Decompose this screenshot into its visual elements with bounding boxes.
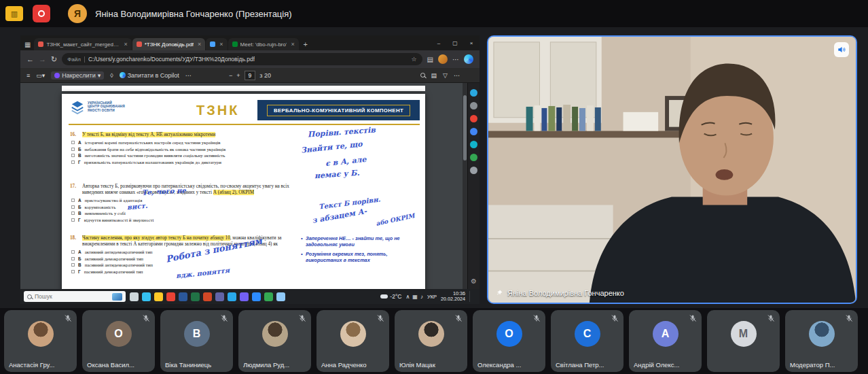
- participant-tile[interactable]: Анастасія Гру...: [4, 310, 77, 372]
- participant-tile[interactable]: ССвітлана Петр...: [551, 310, 623, 372]
- forward-icon[interactable]: →: [39, 55, 46, 63]
- taskbar-search[interactable]: [24, 291, 126, 302]
- mic-off-icon: [219, 313, 229, 323]
- tab-close-icon[interactable]: ×: [291, 41, 294, 48]
- maximize-button[interactable]: ▢: [447, 35, 463, 50]
- pin-icon: [495, 289, 503, 297]
- zoom-icon[interactable]: [252, 292, 261, 301]
- new-tab-button[interactable]: +: [300, 38, 312, 50]
- copilot-icon[interactable]: [470, 89, 477, 97]
- back-icon[interactable]: ←: [26, 55, 34, 63]
- presenter-video-tile[interactable]: Яніна Володимирівна Гончаренко: [487, 35, 857, 304]
- task-view-icon[interactable]: [130, 292, 139, 301]
- minimize-button[interactable]: –: [431, 35, 447, 50]
- close-button[interactable]: ×: [463, 35, 480, 50]
- weather-widget[interactable]: -2°C: [380, 293, 401, 300]
- notepad-icon[interactable]: [276, 292, 285, 301]
- language-indicator[interactable]: УКР: [427, 294, 437, 300]
- word-icon[interactable]: [179, 292, 187, 301]
- volume-icon[interactable]: ♪: [420, 294, 423, 300]
- tray-expand-icon[interactable]: ∧: [405, 294, 410, 300]
- eraser-tool-icon[interactable]: ◊: [110, 72, 113, 79]
- explorer-icon[interactable]: [154, 292, 163, 301]
- presentation-icon[interactable]: ▥: [5, 6, 23, 21]
- tool-red-icon[interactable]: [470, 115, 477, 122]
- add-icon[interactable]: [470, 167, 477, 174]
- search-tool-icon[interactable]: [470, 102, 477, 109]
- tool-green-icon[interactable]: [470, 154, 477, 161]
- browser-tab[interactable]: Meet: 'dbo-rujn-bro'×: [228, 38, 299, 50]
- excel-icon[interactable]: [191, 292, 200, 301]
- screenshare-tile[interactable]: ▦ ТЗНК_макет_сайт_merged.pdf×*ТЗНК Допов…: [20, 35, 480, 304]
- tool-teal-icon[interactable]: [470, 141, 477, 148]
- print-icon[interactable]: ▤: [431, 72, 437, 79]
- browser-tab[interactable]: ×: [206, 38, 227, 50]
- participant-tile[interactable]: Юлія Мацак: [395, 310, 467, 372]
- participant-tile[interactable]: Людмила Руд...: [238, 310, 311, 372]
- pdf-viewport[interactable]: УКРАЇНСЬКИЙ ЦЕНТР ОЦІНЮВАННЯ ЯКОСТІ ОСВІ…: [20, 83, 467, 289]
- mic-off-icon: [610, 313, 619, 323]
- search-input[interactable]: [35, 293, 93, 300]
- participant-tile[interactable]: ВВіка Таниниець: [160, 310, 233, 372]
- browser-nav-bar: ← → ↻ Файл C:/Users/y.goncharenko/Docume…: [20, 50, 480, 68]
- page-number-input[interactable]: 9: [245, 71, 256, 80]
- participant-avatar: О: [106, 321, 132, 347]
- participant-avatar: А: [653, 321, 679, 347]
- tab-close-icon[interactable]: ×: [219, 41, 223, 48]
- pdf-scrollbar[interactable]: [463, 83, 467, 289]
- presenter-name-label: Яніна Володимирівна Гончаренко: [507, 289, 624, 297]
- profile-avatar[interactable]: [438, 54, 448, 64]
- taskbar-clock[interactable]: 10:3620.02.2024: [441, 291, 465, 303]
- chrome-icon[interactable]: [166, 292, 175, 301]
- browser-menu-icon[interactable]: ⋯: [452, 56, 459, 63]
- participant-tile[interactable]: ООксана Васил...: [82, 310, 155, 372]
- zoom-in-icon[interactable]: +: [236, 72, 240, 79]
- teams-icon[interactable]: [215, 292, 224, 301]
- scrollbar-thumb[interactable]: [463, 95, 467, 160]
- viber-icon[interactable]: [240, 292, 249, 301]
- participant-avatar: С: [575, 321, 600, 347]
- edge-icon[interactable]: [142, 292, 151, 301]
- vertical-tabs-icon[interactable]: ▦: [23, 41, 34, 50]
- edge-sidebar: ⚙: [467, 83, 480, 289]
- browser-tab[interactable]: ТЗНК_макет_сайт_merged.pdf×: [34, 38, 131, 50]
- powerpoint-icon[interactable]: [203, 292, 212, 301]
- settings-gear-icon[interactable]: ⚙: [471, 277, 477, 285]
- handwritten-annotation: або ОКРІМ: [376, 212, 416, 227]
- pdf-menu-icon[interactable]: ≡: [26, 72, 30, 79]
- refresh-icon[interactable]: ↻: [51, 55, 57, 64]
- record-icon[interactable]: [33, 5, 50, 22]
- telegram-icon[interactable]: [228, 292, 236, 301]
- save-icon[interactable]: ▽: [443, 72, 448, 79]
- toolbar-more-icon[interactable]: ⋯: [185, 72, 192, 79]
- previous-page-edge: [62, 86, 425, 91]
- tool-blue-icon[interactable]: [470, 128, 477, 135]
- pdf-search-icon[interactable]: [420, 73, 425, 78]
- participant-tile[interactable]: ААндрій Олекс...: [629, 310, 702, 372]
- draw-tool-button[interactable]: Накреслити ▾: [51, 71, 104, 80]
- favorite-star-icon[interactable]: ☆: [411, 56, 416, 63]
- ask-copilot-button[interactable]: Запитати в Copilot: [120, 72, 179, 79]
- tab-close-icon[interactable]: ×: [198, 41, 201, 48]
- participant-name: Людмила Руд...: [243, 361, 306, 369]
- collections-icon[interactable]: ▤: [427, 56, 433, 63]
- pdf-more-icon[interactable]: ⋯: [454, 72, 460, 79]
- zoom-out-icon[interactable]: −: [229, 72, 232, 79]
- mic-off-icon: [454, 313, 463, 323]
- participant-tile[interactable]: ООлександра ...: [473, 310, 545, 372]
- participant-tile[interactable]: М: [707, 310, 780, 372]
- tab-label: Meet: 'dbo-rujn-bro': [240, 41, 287, 48]
- meet-stage: ▦ ТЗНК_макет_сайт_merged.pdf×*ТЗНК Допов…: [0, 27, 868, 308]
- network-icon[interactable]: ▦: [412, 294, 418, 300]
- mic-off-icon: [141, 313, 151, 323]
- pdf-toolbar: ≡ ▭▾ Накреслити ▾ ◊ Запитати в Copilot ⋯…: [20, 68, 480, 83]
- copilot-icon[interactable]: [464, 54, 473, 64]
- browser-tab[interactable]: *ТЗНК Доповідь.pdf×: [132, 38, 206, 50]
- notification-area[interactable]: [469, 291, 476, 302]
- select-tool-icon[interactable]: ▭▾: [36, 72, 45, 79]
- tab-close-icon[interactable]: ×: [124, 41, 127, 48]
- address-bar[interactable]: Файл C:/Users/y.goncharenko/Documents/УД…: [62, 53, 422, 65]
- meet-icon[interactable]: [264, 292, 273, 301]
- participant-tile[interactable]: Анна Радченко: [317, 310, 389, 372]
- participant-tile[interactable]: Модератор П...: [785, 310, 858, 372]
